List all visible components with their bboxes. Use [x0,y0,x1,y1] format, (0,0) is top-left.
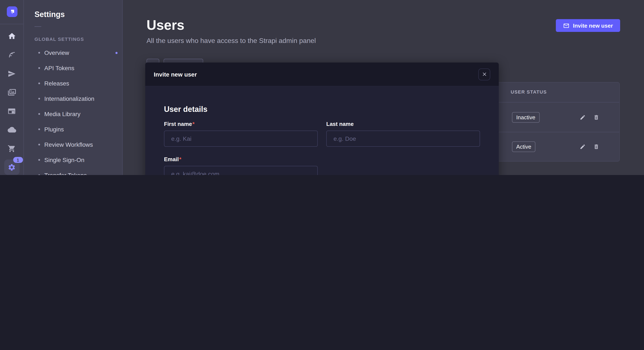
user-details-heading: User details [164,105,480,114]
modal-title: Invite new user [154,71,197,78]
required-asterisk: * [192,121,195,127]
close-icon[interactable] [478,68,490,80]
first-name-label: First name* [164,121,318,127]
last-name-group: Last name [326,121,480,147]
invite-user-modal: Invite new user User details First name*… [145,62,499,175]
strapi-admin-app: 1 KD Settings GLOBAL SETTINGS Overview A… [0,0,644,175]
last-name-label: Last name [326,121,480,127]
modal-header: Invite new user [145,62,499,86]
email-field[interactable] [164,166,318,175]
first-name-group: First name* [164,121,318,147]
required-asterisk: * [179,156,181,163]
first-name-field[interactable] [164,131,318,147]
last-name-field[interactable] [326,131,480,147]
modal-body: User details First name* Last name Email… [145,86,499,175]
email-label: Email* [164,156,318,163]
email-group: Email* [164,156,318,175]
